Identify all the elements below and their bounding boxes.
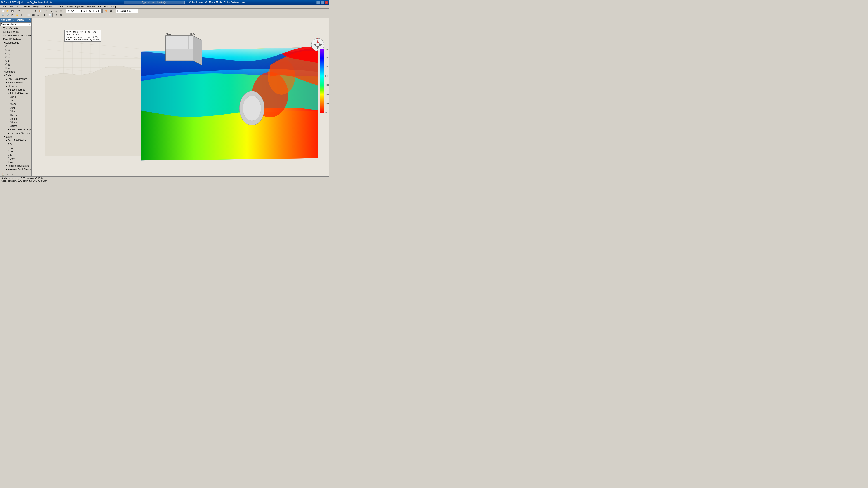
menu-item-insert[interactable]: Insert xyxy=(22,5,31,8)
tree-item-21[interactable]: σ2+ xyxy=(0,102,31,106)
tree-item-4[interactable]: ▼Deformations xyxy=(0,41,31,44)
maximize-button[interactable]: □ xyxy=(320,1,324,4)
save-btn[interactable]: 💾 xyxy=(10,9,14,13)
tree-item-9[interactable]: φx xyxy=(0,59,31,63)
menu-item-window[interactable]: Window xyxy=(85,5,97,8)
load-case-dropdown[interactable]: S: CA2 LC1 + LC2 + LC3 + LC4 xyxy=(66,9,102,13)
nav-fwd-btn[interactable]: → xyxy=(10,172,15,176)
zoom-in-btn[interactable]: 🔍 xyxy=(0,13,5,17)
results-btn[interactable]: 📊 xyxy=(47,13,52,17)
tree-item-13[interactable]: ▼Surfaces xyxy=(0,73,31,77)
view-dropdown[interactable]: 1 - Global XYZ xyxy=(116,9,138,13)
tree-item-27[interactable]: τmax xyxy=(0,124,31,128)
menu-item-results[interactable]: Results xyxy=(55,5,66,8)
tree-item-10[interactable]: φy xyxy=(0,63,31,66)
menu-item-calculate[interactable]: Calculate xyxy=(41,5,55,8)
iso-view-btn[interactable]: ◇ xyxy=(36,13,40,17)
tree-item-29[interactable]: ▶Equivalent Stresses xyxy=(0,131,31,135)
menu-item-cad-bim[interactable]: CAD-BIM xyxy=(97,5,110,8)
menu-item-file[interactable]: File xyxy=(0,5,7,8)
rotate-btn[interactable]: ↻ xyxy=(20,13,24,17)
tree-item-1[interactable]: Final Results xyxy=(0,30,31,34)
minimize-button[interactable]: ─ xyxy=(316,1,320,4)
line-btn[interactable]: ╱ xyxy=(49,9,54,13)
tree-item-7[interactable]: uy xyxy=(0,52,31,55)
tree-item-18[interactable]: ▼Principal Stresses xyxy=(0,92,31,95)
menu-bar: FileEditViewInsertAssignCalculateResults… xyxy=(0,4,329,8)
grid-btn[interactable]: ⊞ xyxy=(59,13,63,17)
copy-btn[interactable]: ⧉ xyxy=(33,9,37,13)
tree-item-11[interactable]: φz xyxy=(0,66,31,70)
open-btn[interactable]: 📂 xyxy=(5,9,10,13)
render-btn[interactable]: 🎨 xyxy=(104,9,108,13)
new-btn[interactable]: 📄 xyxy=(0,9,5,13)
top-view-btn[interactable]: ⬛ xyxy=(31,13,35,17)
tree-item-17[interactable]: ▶Basic Stresses xyxy=(0,88,31,92)
menu-item-view[interactable]: View xyxy=(14,5,22,8)
menu-item-edit[interactable]: Edit xyxy=(7,5,14,8)
tree-item-2[interactable]: Differences to initial state xyxy=(0,34,31,37)
tree-item-26[interactable]: θσm xyxy=(0,121,31,124)
redo-btn[interactable]: ↪ xyxy=(22,9,26,13)
tree-item-25[interactable]: σ2,m xyxy=(0,117,31,121)
tree-label: Global Definitions xyxy=(3,38,21,40)
menu-item-help[interactable]: Help xyxy=(110,5,118,8)
tree-item-3[interactable]: ▼Global Definitions xyxy=(0,37,31,41)
tree-item-20[interactable]: σ1- xyxy=(0,99,31,102)
surface-btn[interactable]: ▭ xyxy=(54,9,59,13)
analysis-combo[interactable]: Static Analysis ▼ xyxy=(0,22,31,26)
results-close-btn[interactable]: ✕ xyxy=(325,183,328,185)
undo-btn[interactable]: ↩ xyxy=(17,9,21,13)
results-info-line1: Surfaces | max σy: 0.06 | min σy: -0.10 … xyxy=(1,177,328,180)
svg-text:0.02: 0.02 xyxy=(325,66,329,68)
close-button[interactable]: ✕ xyxy=(324,1,328,4)
tree-item-24[interactable]: σ1,m xyxy=(0,113,31,117)
tree-item-22[interactable]: σ2- xyxy=(0,106,31,109)
tree-item-8[interactable]: uz xyxy=(0,55,31,59)
tree-item-16[interactable]: ▼Stresses xyxy=(0,84,31,88)
node-btn[interactable]: ● xyxy=(44,9,49,13)
results-maximize-btn[interactable]: □ xyxy=(321,183,324,185)
tree-item-14[interactable]: ▶Local Deformations xyxy=(0,77,31,80)
tree-item-35[interactable]: εy- xyxy=(0,153,31,157)
tree-item-0[interactable]: ▼Type of results xyxy=(0,26,31,30)
navigator-close-icon[interactable]: ✕ xyxy=(29,19,31,22)
results-minimize-btn[interactable]: ─ xyxy=(318,183,321,185)
zoom-all-btn[interactable]: ⊡ xyxy=(10,13,14,17)
front-view-btn[interactable]: ⬜ xyxy=(26,13,31,17)
toolbar-area: 📄 📂 💾 ↩ ↪ ✂ ⧉ 📋 ● ╱ ▭ ■ S: CA2 LC1 + LC2… xyxy=(0,8,329,18)
svg-text:75.00: 75.00 xyxy=(166,33,172,35)
cut-btn[interactable]: ✂ xyxy=(28,9,33,13)
snap-btn[interactable]: ⊕ xyxy=(54,13,59,17)
toolbar-row-1: 📄 📂 💾 ↩ ↪ ✂ ⧉ 📋 ● ╱ ▭ ■ S: CA2 LC1 + LC2… xyxy=(0,9,329,13)
tree-item-23[interactable]: θσ xyxy=(0,109,31,113)
tree-item-33[interactable]: εyy+ xyxy=(0,146,31,149)
menu-item-options[interactable]: Options xyxy=(74,5,85,8)
tree-item-30[interactable]: ▼Strains xyxy=(0,135,31,138)
tree-item-28[interactable]: ▶Elastic Stress Components xyxy=(0,128,31,131)
radio-dot xyxy=(5,67,7,69)
tree-item-12[interactable]: ▶Members xyxy=(0,70,31,73)
display-settings-btn[interactable]: ⚙ xyxy=(42,13,47,17)
paste-btn[interactable]: 📋 xyxy=(38,9,42,13)
wire-btn[interactable]: ⊞ xyxy=(109,9,113,13)
tree-item-19[interactable]: σ1+ xyxy=(0,95,31,99)
nav-home-btn[interactable]: 🏠 xyxy=(0,172,5,176)
tree-item-15[interactable]: ▶Internal Forces xyxy=(0,80,31,84)
search-box[interactable]: Type a keyword (Alt+Q) xyxy=(124,1,185,4)
nav-back-btn[interactable]: ← xyxy=(5,172,10,176)
tree-item-36[interactable]: γxy+ xyxy=(0,157,31,160)
pan-btn[interactable]: ✋ xyxy=(15,13,19,17)
tree-item-34[interactable]: εx- xyxy=(0,149,31,153)
tree-item-31[interactable]: ▼Basic Total Strains xyxy=(0,138,31,142)
tree-item-5[interactable]: u xyxy=(0,44,31,48)
tree-item-38[interactable]: ▶Principal Total Strains xyxy=(0,164,31,167)
menu-item-assign[interactable]: Assign xyxy=(31,5,41,8)
tree-item-32[interactable]: εx+ xyxy=(0,142,31,146)
tree-item-39[interactable]: ▶Maximum Total Strains xyxy=(0,167,31,171)
tree-item-6[interactable]: ux xyxy=(0,48,31,52)
tree-item-37[interactable]: γxy- xyxy=(0,160,31,164)
menu-item-tools[interactable]: Tools xyxy=(65,5,74,8)
solid-btn[interactable]: ■ xyxy=(59,9,63,13)
zoom-out-btn[interactable]: 🔎 xyxy=(5,13,10,17)
